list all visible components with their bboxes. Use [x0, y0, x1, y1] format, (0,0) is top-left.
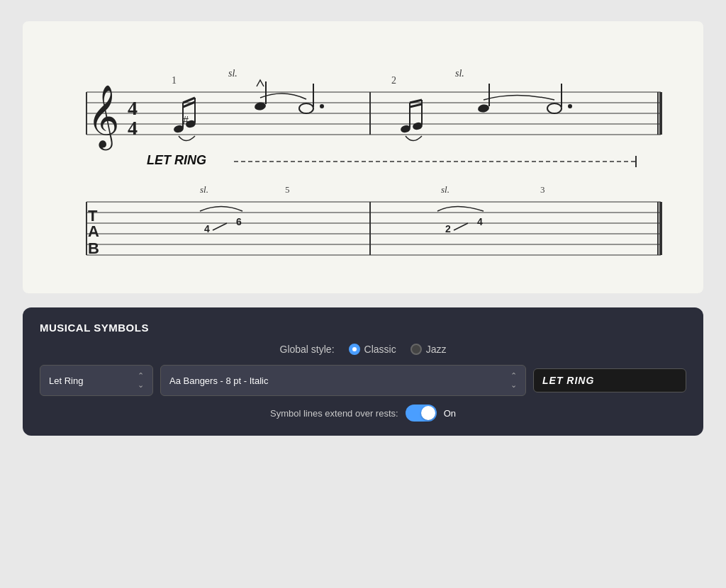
radio-classic-dot[interactable] [349, 344, 360, 355]
toggle-on-label: On [444, 408, 456, 419]
svg-text:#: # [183, 114, 189, 126]
symbol-lines-label: Symbol lines extend over rests: [270, 408, 398, 419]
svg-point-43 [568, 104, 572, 108]
svg-point-39 [477, 103, 490, 113]
svg-point-28 [299, 103, 313, 113]
svg-text:LET RING: LET RING [147, 153, 206, 167]
svg-text:2: 2 [391, 75, 396, 86]
svg-line-68 [454, 223, 468, 230]
svg-text:6: 6 [236, 216, 242, 227]
symbol-lines-row: Symbol lines extend over rests: On [40, 405, 686, 422]
font-dropdown[interactable]: Aa Bangers - 8 pt - Italic ⌃⌄ [160, 365, 526, 396]
svg-line-38 [410, 104, 422, 107]
svg-text:B: B [88, 239, 99, 257]
svg-line-62 [213, 223, 227, 230]
global-style-row: Global style: Classic Jazz [40, 344, 686, 355]
font-chevron: ⌃⌄ [510, 371, 517, 390]
panel-title: MUSICAL SYMBOLS [40, 322, 686, 334]
radio-classic[interactable]: Classic [349, 344, 396, 355]
svg-text:A: A [88, 222, 99, 240]
font-value: Aa Bangers - 8 pt - Italic [169, 375, 268, 386]
svg-text:sl.: sl. [228, 68, 238, 79]
svg-text:3: 3 [540, 184, 545, 195]
svg-text:4: 4 [128, 117, 138, 139]
symbol-type-value: Let Ring [49, 375, 83, 386]
svg-text:sl.: sl. [441, 184, 449, 195]
musical-symbols-panel: MUSICAL SYMBOLS Global style: Classic Ja… [23, 307, 703, 436]
radio-jazz-dot[interactable] [411, 344, 422, 355]
svg-text:𝄞: 𝄞 [87, 85, 120, 151]
svg-point-41 [547, 103, 562, 113]
global-style-label: Global style: [280, 344, 335, 355]
svg-text:4: 4 [128, 97, 138, 119]
svg-text:4: 4 [477, 216, 483, 227]
svg-point-30 [320, 104, 324, 108]
staff-container: 𝄞 4 4 1 sl. # [44, 35, 682, 286]
svg-text:sl.: sl. [455, 68, 464, 79]
symbol-type-dropdown[interactable]: Let Ring ⌃⌄ [40, 365, 153, 396]
svg-text:sl.: sl. [200, 184, 208, 195]
let-ring-text-input[interactable] [533, 368, 686, 392]
symbol-lines-toggle[interactable] [406, 405, 437, 422]
radio-classic-label: Classic [364, 344, 396, 355]
symbol-type-chevron: ⌃⌄ [138, 371, 144, 390]
svg-text:5: 5 [285, 184, 290, 195]
notation-area: 𝄞 4 4 1 sl. # [23, 21, 703, 293]
radio-jazz-label: Jazz [426, 344, 447, 355]
svg-text:1: 1 [172, 75, 177, 86]
svg-text:2: 2 [445, 223, 451, 234]
svg-text:4: 4 [204, 223, 210, 234]
svg-line-37 [410, 100, 422, 103]
toggle-knob [421, 406, 435, 420]
controls-row: Let Ring ⌃⌄ Aa Bangers - 8 pt - Italic ⌃… [40, 365, 686, 396]
radio-jazz[interactable]: Jazz [411, 344, 447, 355]
